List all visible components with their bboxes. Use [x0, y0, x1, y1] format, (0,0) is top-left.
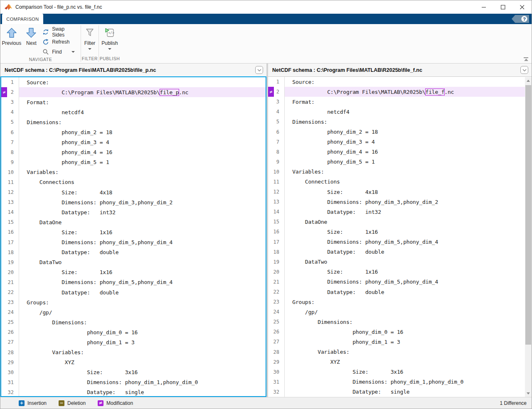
- line-number-gutter: 11: [1, 177, 19, 187]
- line-number-gutter: 12: [268, 187, 285, 197]
- line-number: 5: [276, 119, 279, 125]
- code-line: 32 Datatype: single: [268, 387, 532, 397]
- code-text: Dimensions: phony_dim_5,phony_dim_4: [19, 238, 266, 247]
- refresh-icon: [42, 39, 49, 45]
- line-number-gutter: 4: [268, 107, 285, 117]
- difference-count: 1 Difference: [500, 400, 532, 406]
- code-line: 21 Dimensions: phony_dim_5,phony_dim_4: [1, 277, 266, 287]
- vertical-scrollbar[interactable]: [525, 77, 532, 397]
- code-text: phony_dim_2 = 18: [285, 127, 532, 137]
- line-number-gutter: 19: [1, 257, 19, 267]
- code-line: 29 XYZ: [1, 358, 266, 367]
- line-number: 24: [8, 309, 14, 315]
- line-number: 22: [273, 289, 279, 295]
- filter-button[interactable]: Filter: [81, 24, 99, 50]
- code-text: Variables:: [285, 347, 532, 357]
- line-number-gutter: 21: [268, 277, 285, 287]
- code-line: 8 phony_dim_4 = 16: [1, 147, 266, 157]
- deletion-badge-icon: −: [59, 400, 64, 406]
- right-panel-menu-button[interactable]: [520, 66, 528, 74]
- code-line: 24 /gp/: [268, 307, 532, 317]
- code-text: Datatype: single: [285, 387, 532, 397]
- maximize-icon: [501, 5, 505, 10]
- line-number-gutter: 29: [1, 358, 19, 367]
- line-number: 11: [8, 179, 14, 185]
- modification-label: Modification: [106, 400, 133, 406]
- refresh-button[interactable]: Refresh: [42, 37, 78, 47]
- maximize-button[interactable]: [493, 0, 512, 14]
- svg-text:</>: </>: [108, 31, 115, 35]
- line-number: 13: [273, 199, 279, 205]
- line-number-gutter: 29: [268, 357, 285, 367]
- code-text: phony_dim_1 = 3: [19, 337, 266, 347]
- code-text: Groups:: [19, 297, 266, 307]
- line-number-gutter: 3: [268, 97, 285, 107]
- code-text: XYZ: [285, 357, 532, 367]
- code-text: Size: 3x16: [19, 367, 266, 377]
- code-text: XYZ: [19, 358, 266, 367]
- find-button[interactable]: Find: [42, 47, 78, 57]
- changed-token: file_p: [160, 89, 179, 96]
- line-number-gutter: 13: [268, 197, 285, 207]
- line-number-gutter: 11: [268, 177, 285, 187]
- code-text: Groups:: [285, 297, 532, 307]
- code-line: 21 Dimensions: phony_dim_5,phony_dim_4: [268, 277, 532, 287]
- line-number-gutter: 9: [1, 157, 19, 167]
- legend-modification: ≠ Modification: [98, 400, 133, 406]
- scrollbar-thumb[interactable]: [525, 85, 531, 345]
- code-text: Datatype: double: [19, 287, 266, 297]
- code-text: Variables:: [19, 167, 266, 177]
- line-number: 29: [8, 360, 14, 365]
- line-number: 17: [273, 239, 279, 245]
- right-panel-header: NetCDF schema : C:\Program Files\MATLAB\…: [268, 64, 532, 76]
- code-line: ≠2 C:\Program Files\MATLAB\R2025b\file_p…: [1, 87, 266, 97]
- line-number-gutter: 20: [268, 267, 285, 277]
- next-button[interactable]: Next: [23, 24, 40, 46]
- right-panel-content[interactable]: 1 Source:≠2 C:\Program Files\MATLAB\R202…: [268, 76, 532, 397]
- line-number-gutter: 24: [1, 307, 19, 317]
- collapse-ribbon-arrow-icon: [524, 59, 528, 61]
- line-number: 6: [11, 130, 14, 135]
- navigate-group: Previous Next: [0, 24, 81, 63]
- code-line: 4 netcdf4: [268, 107, 532, 117]
- code-text: Dimensions:: [19, 117, 266, 127]
- previous-button[interactable]: Previous: [0, 24, 23, 46]
- line-number: 21: [8, 279, 14, 285]
- modification-marker[interactable]: ≠: [268, 87, 274, 97]
- line-number: 32: [273, 389, 279, 395]
- code-line: 19 DataTwo: [268, 257, 532, 267]
- line-number-gutter: 30: [1, 367, 19, 377]
- legend-insertion: + Insertion: [19, 400, 47, 406]
- filter-dropdown-caret-icon: [88, 48, 91, 50]
- line-number: 26: [273, 329, 279, 335]
- next-label: Next: [26, 40, 37, 46]
- scroll-up-button[interactable]: [525, 77, 532, 84]
- close-icon: [520, 5, 525, 10]
- code-text: Size: 3x16: [285, 367, 532, 377]
- code-text: netcdf4: [285, 107, 532, 117]
- code-text: Datatype: double: [285, 287, 532, 297]
- code-text: C:\Program Files\MATLAB\R2025b\file_f.nc: [285, 87, 532, 97]
- find-dropdown-caret-icon[interactable]: [71, 51, 75, 53]
- help-button[interactable]: ?: [512, 15, 529, 23]
- line-number-gutter: 32: [268, 387, 285, 397]
- window-title: Comparison Tool - file_p.nc vs. file_f.n…: [15, 4, 102, 10]
- line-number-gutter: 32: [1, 387, 19, 397]
- publish-button[interactable]: </> Publish: [99, 24, 121, 50]
- line-number-gutter: 15: [268, 217, 285, 227]
- left-file-panel: NetCDF schema : C:\Program Files\MATLAB\…: [0, 64, 266, 397]
- modification-marker[interactable]: ≠: [1, 87, 7, 97]
- line-number-gutter: 31: [268, 377, 285, 387]
- minimize-button[interactable]: [474, 0, 493, 14]
- tab-comparison[interactable]: COMPARISON: [2, 14, 43, 24]
- scroll-down-button[interactable]: [525, 390, 532, 397]
- left-panel-content[interactable]: 1 Source:≠2 C:\Program Files\MATLAB\R202…: [0, 76, 266, 397]
- code-text: Dimensions:: [19, 317, 266, 327]
- collapse-ribbon-button[interactable]: [524, 57, 528, 61]
- close-button[interactable]: [512, 0, 532, 14]
- code-line: 16 Size: 1x16: [268, 227, 532, 237]
- left-panel-menu-button[interactable]: [255, 66, 263, 74]
- line-number-gutter: 22: [1, 287, 19, 297]
- swap-sides-button[interactable]: Swap Sides: [42, 27, 78, 37]
- publish-dropdown-caret-icon: [108, 48, 111, 50]
